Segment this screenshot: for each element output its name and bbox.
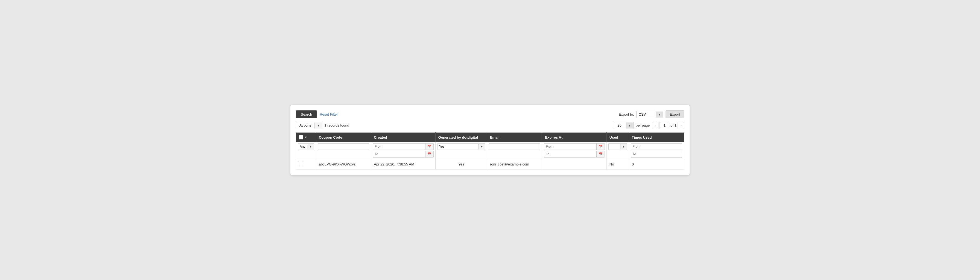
row-checkbox-cell [296, 159, 316, 170]
per-page-input[interactable] [613, 122, 625, 129]
calendar-icon-expires-from[interactable]: 📅 [597, 144, 605, 150]
filter-used-wrap: Yes No ▼ [608, 143, 627, 150]
row-used: No [606, 159, 629, 170]
filter-times-used-cell [629, 142, 684, 159]
export-label: Export to: [619, 112, 634, 117]
th-generated-by: Generated by dotdigital [435, 133, 487, 142]
select-all-arrow-icon[interactable]: ▼ [304, 136, 307, 139]
filter-generated-by-arrow-icon[interactable]: ▼ [478, 144, 485, 149]
export-format-arrow-icon[interactable]: ▼ [656, 112, 663, 118]
row-created: Apr 22, 2020, 7:38:55 AM [371, 159, 436, 170]
page-prev-button[interactable]: ‹ [652, 122, 659, 129]
filter-coupon-code-input[interactable] [318, 143, 369, 150]
top-toolbar: Search Reset Filter Export to: CSV XML ▼… [296, 110, 684, 118]
filter-email-cell [487, 142, 542, 159]
row-generated-by: Yes [435, 159, 487, 170]
filter-expires-to-wrap: 📅 [544, 151, 605, 158]
per-page-label: per page [636, 123, 650, 127]
table-row: abcLPG-9KX-WGWxyz Apr 22, 2020, 7:38:55 … [296, 159, 684, 170]
filter-expires-from-wrap: 📅 [544, 143, 605, 150]
page-next-button[interactable]: › [678, 122, 684, 129]
select-all-checkbox[interactable] [299, 135, 303, 139]
th-email: Email [487, 133, 542, 142]
second-toolbar-right: ▼ per page ‹ of 1 › [613, 122, 684, 129]
records-found: 1 records found [325, 123, 349, 127]
filter-times-used-from-wrap [631, 143, 682, 150]
filter-times-used-to-input[interactable] [631, 151, 682, 157]
filter-expires-to-input[interactable] [544, 151, 597, 157]
calendar-icon-created-from[interactable]: 📅 [425, 144, 433, 150]
actions-button[interactable]: Actions [296, 122, 315, 129]
export-button[interactable]: Export [665, 110, 684, 118]
export-format-select[interactable]: CSV XML [636, 111, 656, 118]
filter-any-wrap: Any Yes No ▼ [298, 143, 314, 150]
th-used: Used [606, 133, 629, 142]
row-expires-at [542, 159, 607, 170]
filter-times-used-to-wrap [631, 151, 682, 158]
table-body: abcLPG-9KX-WGWxyz Apr 22, 2020, 7:38:55 … [296, 159, 684, 170]
filter-generated-by-wrap: Yes No ▼ [437, 143, 485, 150]
filter-created-to-input[interactable] [373, 151, 425, 157]
data-table: ▼ Coupon Code Created Generated by dotdi… [296, 132, 684, 170]
calendar-icon-expires-to[interactable]: 📅 [597, 151, 605, 157]
th-coupon-code: Coupon Code [316, 133, 371, 142]
filter-times-used-from-input[interactable] [631, 144, 682, 150]
filter-expires-from-input[interactable] [544, 144, 597, 150]
per-page-wrap: ▼ [613, 122, 633, 129]
actions-dropdown-icon[interactable]: ▼ [315, 122, 322, 128]
calendar-icon-created-to[interactable]: 📅 [425, 151, 433, 157]
row-select-checkbox[interactable] [299, 162, 303, 166]
th-expires-at: Expires At [542, 133, 607, 142]
filter-any-select[interactable]: Any Yes No [298, 144, 307, 150]
table-header-row: ▼ Coupon Code Created Generated by dotdi… [296, 133, 684, 142]
row-email: roni_cost@example.com [487, 159, 542, 170]
filter-created-cell: 📅 📅 [371, 142, 436, 159]
page-of-label: of 1 [670, 123, 676, 127]
th-times-used: Times Used [629, 133, 684, 142]
per-page-arrow-icon[interactable]: ▼ [625, 122, 633, 128]
filter-used-select[interactable]: Yes No [609, 144, 620, 150]
filter-created-from-wrap: 📅 [373, 143, 434, 150]
main-panel: Search Reset Filter Export to: CSV XML ▼… [290, 105, 690, 175]
filter-created-to-wrap: 📅 [373, 151, 434, 158]
filter-coupon-code-cell [316, 142, 371, 159]
search-button[interactable]: Search [296, 110, 317, 118]
table-filter-row: Any Yes No ▼ 📅 [296, 142, 684, 159]
filter-generated-by-select[interactable]: Yes No [438, 144, 478, 150]
filter-created-from-input[interactable] [373, 144, 425, 150]
row-times-used: 0 [629, 159, 684, 170]
filter-expires-at-cell: 📅 📅 [542, 142, 607, 159]
pagination: ‹ of 1 › [652, 122, 684, 129]
th-created: Created [371, 133, 436, 142]
filter-checkbox-cell: Any Yes No ▼ [296, 142, 316, 159]
actions-button-wrap: Actions ▼ [296, 122, 322, 129]
filter-used-cell: Yes No ▼ [606, 142, 629, 159]
toolbar-right: Export to: CSV XML ▼ Export [619, 110, 684, 118]
filter-generated-by-cell: Yes No ▼ [435, 142, 487, 159]
row-coupon-code: abcLPG-9KX-WGWxyz [316, 159, 371, 170]
reset-filter-button[interactable]: Reset Filter [320, 112, 338, 117]
filter-email-input[interactable] [489, 143, 540, 150]
second-toolbar-left: Actions ▼ 1 records found [296, 122, 349, 129]
th-checkbox: ▼ [296, 133, 316, 142]
export-format-select-wrap: CSV XML ▼ [636, 111, 663, 118]
page-current-input[interactable] [660, 122, 670, 129]
second-toolbar: Actions ▼ 1 records found ▼ per page ‹ o… [296, 122, 684, 129]
filter-used-arrow-icon[interactable]: ▼ [620, 144, 627, 149]
toolbar-left: Search Reset Filter [296, 110, 338, 118]
filter-any-arrow-icon[interactable]: ▼ [307, 144, 314, 149]
